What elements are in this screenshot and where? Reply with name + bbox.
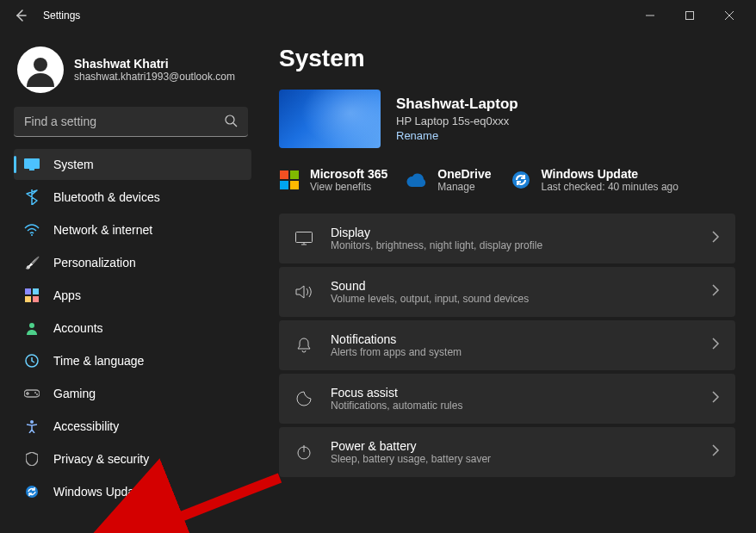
annotation-arrow [0,0,756,533]
